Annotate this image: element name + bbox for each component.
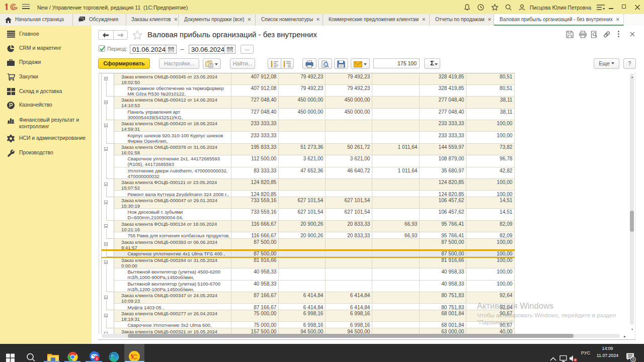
svg-text:8: 8	[632, 357, 634, 362]
svg-text:6: 6	[96, 356, 98, 361]
